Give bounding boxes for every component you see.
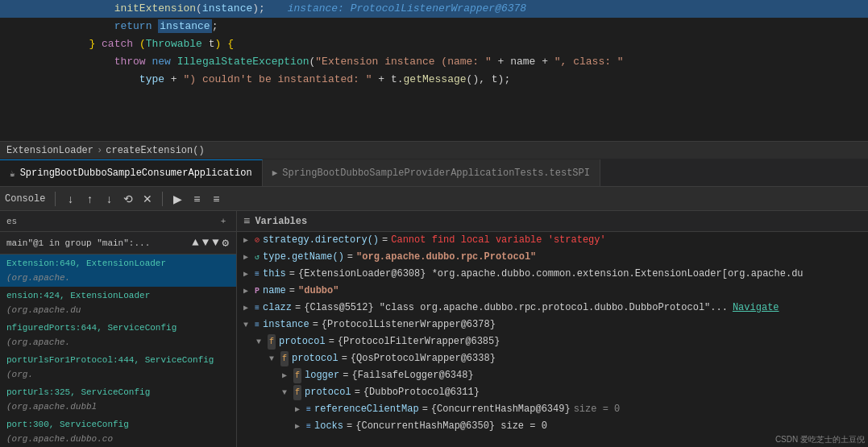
tab-provider[interactable]: ▶ SpringBootDubboSampleProviderApplicati… [263,159,600,186]
var-item-strategy[interactable]: ▶ ⊘ strategy.directory() = Cannot find l… [237,232,868,249]
tab-consumer-label: SpringBootDubboSampleConsumerApplication [20,168,252,179]
breadcrumb: ExtensionLoader › createExtension() [0,141,868,159]
var-icon-protocol-2: f [280,351,289,366]
var-item-name[interactable]: ▶ P name = "dubbo" [237,283,868,300]
debug-btn-8[interactable]: ≡ [208,191,224,207]
stack-item-4[interactable]: portUrls:325, ServiceConfig (org.apache.… [0,383,236,416]
code-content-5: type + ") couldn't be instantiated: " + … [39,71,868,89]
var-item-refclientmap[interactable]: ▶ ≡ referenceClientMap = {ConcurrentHash… [237,401,868,418]
thread-up-btn[interactable]: ▲ [191,235,199,250]
debug-hint-1: instance: ProtocolListenerWrapper@6378 [288,2,526,14]
expand-clazz[interactable]: ▶ [243,300,255,316]
debug-btn-1[interactable]: ↓ [62,191,78,207]
tab-bar: ☕ SpringBootDubboSampleConsumerApplicati… [0,159,868,187]
var-icon-name: P [255,284,260,299]
var-icon-type: ↺ [255,250,260,265]
thread-filter-btn[interactable]: ▼ [211,235,219,250]
code-content-2: return instance; [39,18,868,35]
expand-protocol-1[interactable]: ▼ [256,334,268,350]
expand-strategy[interactable]: ▶ [243,233,255,248]
code-content-3: } catch (Throwable t) { [39,35,868,53]
debug-btn-3[interactable]: ↓ [101,191,117,207]
var-item-this[interactable]: ▶ ≡ this = {ExtensionLoader@6308} *org.a… [237,266,868,283]
stack-item-0[interactable]: Extension:640, ExtensionLoader (org.apac… [0,255,236,287]
code-line-1: initExtension(instance); instance: Proto… [0,0,868,18]
expand-protocol-2[interactable]: ▼ [269,351,280,366]
variables-list: ▶ ⊘ strategy.directory() = Cannot find l… [237,232,868,447]
code-line-4: throw new IllegalStateException("Extensi… [0,53,868,71]
code-line-3: } catch (Throwable t) { [0,35,868,53]
code-line-2: return instance; [0,18,868,35]
stack-item-5[interactable]: port:300, ServiceConfig (org.apache.dubb… [0,416,236,447]
expand-this[interactable]: ▶ [243,267,255,282]
expand-instance[interactable]: ▼ [243,317,255,333]
refclientmap-size: size = 0 [574,402,621,417]
variables-header: ≡ Variables [237,211,868,232]
expand-locks[interactable]: ▶ [295,419,306,434]
code-editor: initExtension(instance); instance: Proto… [0,0,868,141]
var-item-type[interactable]: ▶ ↺ type.getName() = "org.apache.dubbo.r… [237,249,868,266]
var-icon-clazz: ≡ [255,300,260,316]
right-panel: ≡ Variables ▶ ⊘ strategy.directory() = C… [237,211,868,447]
var-item-locks[interactable]: ▶ ≡ locks = {ConcurrentHashMap@6350} siz… [237,418,868,435]
expand-logger[interactable]: ▶ [282,368,293,383]
breadcrumb-method: createExtension() [106,145,204,156]
debug-btn-2[interactable]: ↑ [81,191,98,207]
var-icon-this: ≡ [255,267,260,282]
run-icon: ▶ [272,168,278,178]
panel-expand-btn[interactable]: + [217,215,230,228]
navigate-clazz[interactable]: Navigate [733,300,779,316]
thread-down-btn[interactable]: ▼ [201,235,210,250]
thread-settings-btn[interactable]: ⚙ [222,235,230,250]
console-label: Console [5,193,45,205]
debug-btn-6[interactable]: ▶ [169,191,185,207]
left-panel: es + main"@1 in group "main":... ▲ ▼ ▼ ⚙… [0,211,237,447]
breadcrumb-path: ExtensionLoader [6,145,93,156]
tab-consumer[interactable]: ☕ SpringBootDubboSampleConsumerApplicati… [0,159,263,186]
toolbar: Console ↓ ↑ ↓ ⟲ ✕ ▶ ≡ ≡ [0,187,868,211]
variables-title: Variables [255,216,307,227]
expand-name[interactable]: ▶ [243,284,255,299]
stack-item-1[interactable]: ension:424, ExtensionLoader (org.apache.… [0,287,236,319]
call-stack-list: Extension:640, ExtensionLoader (org.apac… [0,255,236,447]
stack-item-2[interactable]: nfiguredPorts:644, ServiceConfig (org.ap… [0,319,236,351]
variables-icon: ≡ [243,215,250,228]
var-item-instance[interactable]: ▼ ≡ instance = {ProtocolListenerWrapper@… [237,317,868,333]
code-content-4: throw new IllegalStateException("Extensi… [39,53,868,71]
expand-type[interactable]: ▶ [243,250,255,265]
var-icon-locks: ≡ [306,419,311,434]
var-icon-refclientmap: ≡ [306,402,311,417]
tab-provider-label: SpringBootDubboSampleProviderApplication… [282,168,590,179]
var-icon-logger: f [293,368,301,383]
var-item-protocol-3[interactable]: ▼ f protocol = {DubboProtocol@6311} [237,384,868,401]
var-icon-strategy: ⊘ [255,233,260,248]
code-line-5: type + ") couldn't be instantiated: " + … [0,71,868,89]
debug-btn-5[interactable]: ✕ [139,191,156,207]
code-content-1: initExtension(instance); instance: Proto… [39,0,868,18]
thread-selector[interactable]: main"@1 in group "main":... ▲ ▼ ▼ ⚙ [0,232,236,255]
watermark: CSDN 爱吃芝士的土豆倪 [775,434,865,445]
main-split: es + main"@1 in group "main":... ▲ ▼ ▼ ⚙… [0,211,868,447]
debug-btn-7[interactable]: ≡ [189,191,205,207]
expand-refclientmap[interactable]: ▶ [295,402,306,417]
debug-btn-4[interactable]: ⟲ [120,191,136,207]
expand-protocol-3[interactable]: ▼ [282,385,293,400]
var-icon-instance: ≡ [255,317,260,333]
frames-header: es + [0,211,236,232]
var-item-clazz[interactable]: ▶ ≡ clazz = {Class@5512} "class org.apac… [237,300,868,317]
thread-label: main"@1 in group "main":... [6,238,186,248]
var-icon-protocol-3: f [293,385,301,400]
var-icon-protocol-1: f [268,334,276,350]
java-icon-1: ☕ [10,168,15,179]
var-item-protocol-2[interactable]: ▼ f protocol = {QosProtocolWrapper@6338} [237,350,868,367]
stack-item-3[interactable]: portUrlsFor1Protocol:444, ServiceConfig … [0,351,236,383]
var-item-logger[interactable]: ▶ f logger = {FailsafeLogger@6348} [237,367,868,384]
var-item-protocol-1[interactable]: ▼ f protocol = {ProtocolFilterWrapper@63… [237,333,868,350]
